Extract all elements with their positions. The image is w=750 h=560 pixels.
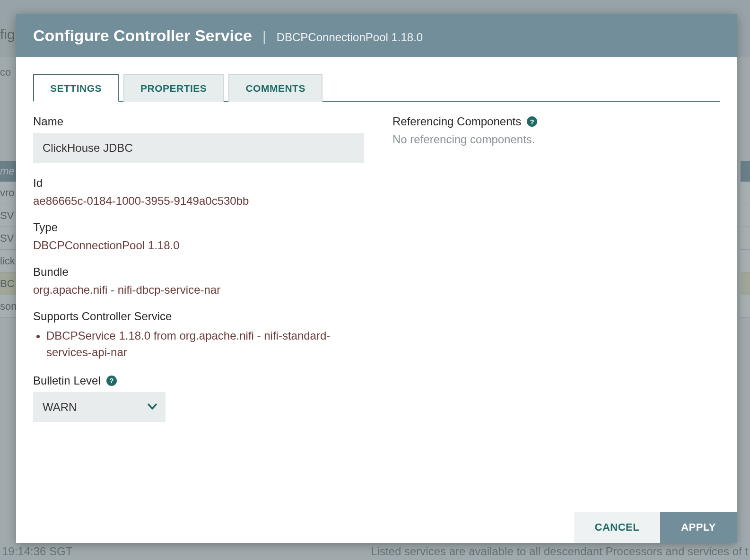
supports-item: DBCPService 1.18.0 from org.apache.nifi … [46, 328, 374, 361]
cancel-button[interactable]: CANCEL [574, 512, 661, 543]
apply-button[interactable]: APPLY [660, 512, 737, 543]
dialog-header: Configure Controller Service | DBCPConne… [16, 14, 737, 57]
name-field-block: Name [33, 115, 374, 163]
settings-left-column: Name Id ae86665c-0184-1000-3955-9149a0c5… [33, 115, 374, 435]
tab-properties[interactable]: PROPERTIES [123, 74, 224, 102]
id-value: ae86665c-0184-1000-3955-9149a0c530bb [33, 194, 374, 208]
tab-comments[interactable]: COMMENTS [228, 74, 323, 102]
tab-settings[interactable]: SETTINGS [33, 74, 119, 102]
help-icon[interactable]: ? [106, 376, 117, 386]
cancel-button-label: CANCEL [595, 521, 640, 533]
bundle-field-block: Bundle org.apache.nifi - nifi-dbcp-servi… [33, 265, 374, 297]
referencing-label: Referencing Components ? [392, 115, 720, 128]
tab-label: PROPERTIES [140, 83, 207, 94]
id-field-block: Id ae86665c-0184-1000-3955-9149a0c530bb [33, 176, 374, 208]
bundle-value: org.apache.nifi - nifi-dbcp-service-nar [33, 283, 374, 297]
tab-label: SETTINGS [50, 83, 102, 94]
type-field-block: Type DBCPConnectionPool 1.18.0 [33, 221, 374, 252]
dialog-body: SETTINGS PROPERTIES COMMENTS Name Id ae8… [16, 57, 737, 543]
dialog-tabs: SETTINGS PROPERTIES COMMENTS [33, 73, 720, 102]
dialog-footer: CANCEL APPLY [574, 512, 737, 543]
settings-panel: Name Id ae86665c-0184-1000-3955-9149a0c5… [33, 102, 720, 435]
bulletin-select-wrap: WARN [33, 392, 166, 422]
name-input[interactable] [33, 133, 364, 163]
type-label: Type [33, 221, 374, 234]
bulletin-label: Bulletin Level ? [33, 374, 374, 387]
name-label: Name [33, 115, 374, 128]
tab-label: COMMENTS [245, 83, 305, 94]
configure-controller-service-dialog: Configure Controller Service | DBCPConne… [16, 14, 737, 543]
supports-label: Supports Controller Service [33, 310, 374, 323]
type-value: DBCPConnectionPool 1.18.0 [33, 239, 374, 252]
supports-list: DBCPService 1.18.0 from org.apache.nifi … [33, 328, 374, 361]
bulletin-label-text: Bulletin Level [33, 374, 101, 387]
referencing-label-text: Referencing Components [392, 115, 521, 128]
settings-right-column: Referencing Components ? No referencing … [392, 115, 720, 435]
dialog-title: Configure Controller Service [33, 26, 252, 45]
apply-button-label: APPLY [681, 521, 716, 533]
dialog-subtitle: DBCPConnectionPool 1.18.0 [277, 31, 423, 44]
supports-field-block: Supports Controller Service DBCPService … [33, 310, 374, 361]
referencing-none-text: No referencing components. [392, 133, 720, 146]
dialog-title-divider: | [262, 28, 266, 44]
bundle-label: Bundle [33, 265, 374, 279]
id-label: Id [33, 176, 374, 190]
help-icon[interactable]: ? [527, 116, 537, 127]
bulletin-level-select[interactable]: WARN [33, 392, 166, 422]
bulletin-field-block: Bulletin Level ? WARN [33, 374, 374, 422]
